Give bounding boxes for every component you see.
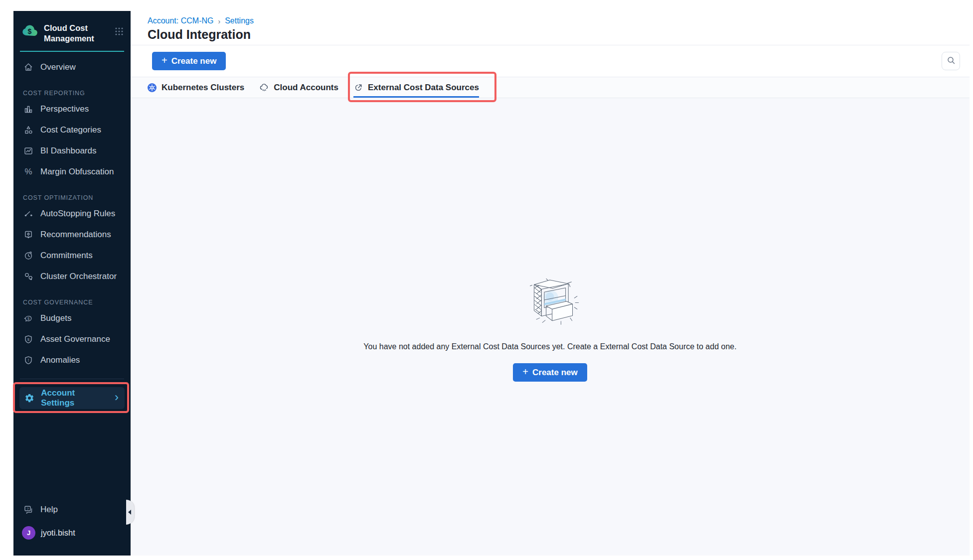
chevron-right-icon: › [115, 391, 119, 405]
page-title: Cloud Integration [148, 27, 970, 42]
section-header-cost-optimization: COST OPTIMIZATION [23, 194, 131, 201]
tab-kubernetes-clusters[interactable]: Kubernetes Clusters [147, 77, 244, 98]
create-new-button[interactable]: + Create new [152, 52, 226, 70]
shield-dollar-icon: $ [23, 334, 34, 345]
sidebar-nav: Overview COST REPORTING Perspectives [13, 52, 131, 371]
tab-label: Cloud Accounts [274, 83, 338, 93]
piggy-bank-icon: $ [23, 313, 34, 324]
app-window: $ Cloud Cost Management [13, 11, 970, 556]
sidebar-item-label: Anomalies [40, 355, 80, 365]
logo-row: $ Cloud Cost Management [13, 11, 131, 43]
help-chat-icon: ? [23, 504, 34, 515]
toolbar: + Create new [131, 45, 970, 77]
external-link-icon [353, 83, 363, 93]
sidebar-item-overview[interactable]: Overview [13, 57, 131, 78]
empty-state-message: You have not added any External Cost Dat… [363, 342, 736, 351]
tab-bar: Kubernetes Clusters Cloud Accounts [131, 77, 970, 98]
cluster-nodes-icon [23, 271, 34, 282]
sidebar-item-budgets[interactable]: $ Budgets [13, 308, 131, 329]
breadcrumb-separator-icon: › [218, 17, 220, 25]
sidebar-item-label: Account Settings [41, 388, 108, 408]
tab-label: External Cost Data Sources [368, 83, 479, 93]
section-header-cost-reporting: COST REPORTING [23, 90, 131, 97]
breadcrumb-settings-link[interactable]: Settings [225, 16, 254, 25]
sidebar-item-label: Asset Governance [40, 334, 110, 344]
bar-chart-icon [23, 104, 34, 115]
collapse-arrow-icon [128, 510, 131, 515]
tab-external-cost-data-sources[interactable]: External Cost Data Sources [353, 77, 479, 98]
create-new-label: Create new [171, 56, 217, 66]
svg-text:$: $ [27, 316, 30, 321]
plus-icon: + [522, 366, 528, 378]
sidebar-item-label: Budgets [40, 313, 71, 323]
content-area: You have not added any External Cost Dat… [131, 98, 970, 556]
search-icon [947, 56, 956, 67]
sidebar-item-label: AutoStopping Rules [40, 209, 115, 219]
percent-icon: % [23, 166, 34, 177]
sidebar-divider [20, 379, 124, 379]
create-new-label: Create new [532, 368, 578, 378]
plus-icon: + [162, 55, 167, 66]
home-icon [23, 62, 34, 73]
breadcrumb-account-link[interactable]: Account: CCM-NG [148, 16, 213, 25]
tab-label: Kubernetes Clusters [162, 83, 244, 93]
recommendation-tag-icon [23, 229, 34, 240]
page-header: Account: CCM-NG › Settings Cloud Integra… [131, 11, 970, 45]
svg-text:?: ? [26, 507, 28, 511]
sidebar-item-cluster-orchestrator[interactable]: Cluster Orchestrator [13, 266, 131, 287]
app-switcher-grid-icon[interactable] [115, 27, 124, 38]
user-name: jyoti.bisht [41, 528, 75, 538]
sidebar-item-cost-categories[interactable]: Cost Categories [13, 120, 131, 140]
section-header-cost-governance: COST GOVERNANCE [23, 299, 131, 306]
sidebar-item-label: Margin Obfuscation [40, 167, 114, 177]
sidebar-item-anomalies[interactable]: ! Anomalies [13, 350, 131, 371]
main-area: Account: CCM-NG › Settings Cloud Integra… [131, 11, 970, 556]
cloud-cost-logo-icon: $ [21, 23, 38, 40]
sidebar-item-commitments[interactable]: Commitments [13, 245, 131, 266]
sidebar-item-label: Help [40, 505, 58, 515]
autostopping-slope-icon [23, 208, 34, 219]
sidebar-item-label: Recommendations [40, 230, 111, 240]
sidebar-item-recommendations[interactable]: Recommendations [13, 224, 131, 245]
sidebar-item-label: Cluster Orchestrator [40, 272, 117, 281]
sidebar-item-bi-dashboards[interactable]: BI Dashboards [13, 140, 131, 161]
sidebar-item-perspectives[interactable]: Perspectives [13, 99, 131, 120]
kubernetes-icon [147, 83, 157, 93]
sidebar-item-margin-obfuscation[interactable]: % Margin Obfuscation [13, 161, 131, 182]
dashboard-image-icon [23, 145, 34, 156]
svg-text:!: ! [28, 358, 29, 363]
avatar: J [22, 526, 35, 540]
empty-create-new-button[interactable]: + Create new [513, 363, 587, 382]
sidebar-item-label: Commitments [40, 251, 93, 261]
breadcrumb: Account: CCM-NG › Settings [148, 16, 970, 25]
sidebar-item-label: BI Dashboards [40, 146, 96, 156]
cloud-icon [259, 83, 269, 93]
svg-text:$: $ [28, 27, 32, 35]
sidebar: $ Cloud Cost Management [13, 11, 131, 556]
shapes-icon [23, 125, 34, 136]
sidebar-item-help[interactable]: ? Help [13, 499, 131, 520]
sidebar-item-autostopping-rules[interactable]: AutoStopping Rules [13, 203, 131, 224]
tab-cloud-accounts[interactable]: Cloud Accounts [259, 77, 338, 98]
app-title: Cloud Cost Management [44, 23, 103, 43]
gear-icon [24, 393, 34, 404]
sidebar-item-label: Perspectives [40, 104, 89, 114]
sidebar-item-label: Cost Categories [40, 125, 101, 135]
sidebar-item-account-settings[interactable]: Account Settings › [19, 387, 125, 409]
search-button[interactable] [942, 52, 960, 70]
sidebar-item-label: Overview [40, 62, 76, 72]
page: $ Cloud Cost Management [0, 0, 973, 560]
user-profile[interactable]: J jyoti.bisht [13, 526, 131, 540]
sidebar-spacer [13, 409, 131, 499]
clock-history-icon [23, 250, 34, 261]
sidebar-item-asset-governance[interactable]: $ Asset Governance [13, 329, 131, 350]
shield-alert-icon: ! [23, 355, 34, 366]
empty-drawer-illustration [520, 274, 581, 327]
svg-text:$: $ [27, 337, 30, 342]
